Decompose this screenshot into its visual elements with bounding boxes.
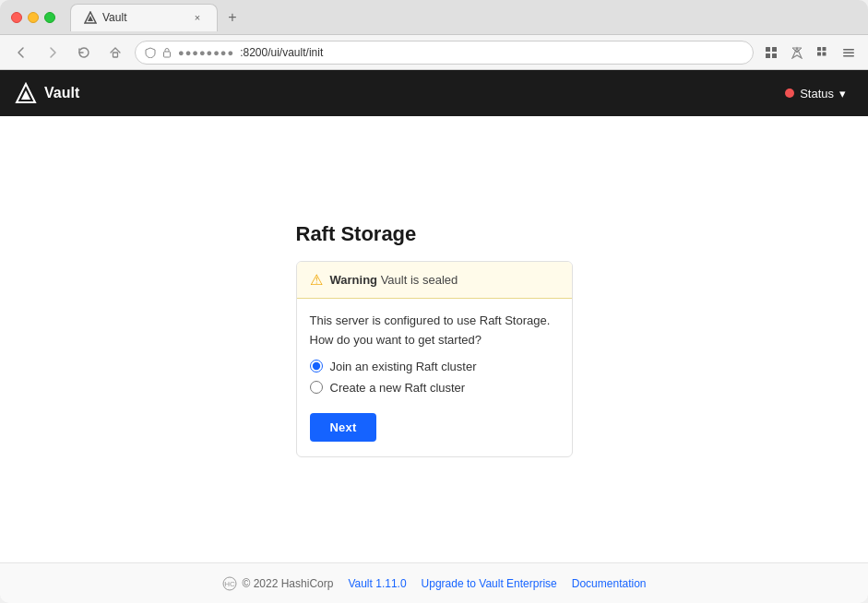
maximize-traffic-light[interactable] [44,12,55,23]
browser-titlebar: Vault × + [0,0,868,35]
warning-text: Warning Vault is sealed [330,273,458,287]
status-indicator-dot [785,89,794,98]
apps-icon[interactable] [813,42,833,63]
vault-logo-text: Vault [44,85,79,101]
close-traffic-light[interactable] [11,12,22,23]
url-text: ●●●●●●●● [178,47,234,58]
warning-icon: ⚠ [310,271,323,289]
url-path: :8200/ui/vault/init [240,46,323,59]
svg-rect-4 [766,47,770,52]
svg-rect-12 [823,52,826,55]
radio-create-input[interactable] [310,381,323,394]
shield-icon [145,47,156,58]
svg-rect-15 [843,55,854,57]
svg-rect-9 [817,47,821,51]
warning-message-text: Vault is sealed [381,273,458,287]
forward-button[interactable] [41,41,65,65]
radio-join-cluster[interactable]: Join an existing Raft cluster [310,360,559,373]
footer-copyright: © 2022 HashiCorp [243,577,334,590]
warning-banner: ⚠ Warning Vault is sealed [297,262,572,299]
svg-rect-7 [772,53,777,58]
radio-create-cluster[interactable]: Create a new Raft cluster [310,381,559,395]
tab-close-button[interactable]: × [191,11,204,24]
next-button[interactable]: Next [310,413,377,442]
toolbar-right [761,42,859,63]
main-content: Raft Storage ⚠ Warning Vault is sealed T… [0,116,868,562]
radio-group: Join an existing Raft cluster Create a n… [310,360,559,395]
tab-bar: Vault × + [70,4,857,31]
raft-storage-card: ⚠ Warning Vault is sealed This server is… [296,261,573,457]
bookmark-icon[interactable] [787,42,807,63]
svg-rect-2 [113,53,118,57]
lock-icon [161,47,172,58]
browser-toolbar: ●●●●●●●● :8200/ui/vault/init [0,35,868,70]
menu-icon[interactable] [838,42,859,63]
svg-text:HC: HC [224,580,235,588]
svg-rect-11 [817,52,821,55]
status-chevron-icon: ▾ [839,87,846,100]
svg-rect-6 [766,53,770,58]
refresh-button[interactable] [72,41,96,65]
traffic-lights [11,12,55,23]
radio-join-label: Join an existing Raft cluster [330,360,477,373]
app-content: Vault Status ▾ Raft Storage ⚠ [0,70,868,603]
footer-logo: HC © 2022 HashiCorp [222,576,334,591]
card-description: This server is configured to use Raft St… [310,313,559,327]
svg-rect-14 [843,52,854,53]
vault-version-link[interactable]: Vault 1.11.0 [348,577,406,590]
radio-join-input[interactable] [310,360,323,372]
vault-logo: Vault [15,82,79,104]
home-button[interactable] [103,41,127,65]
app-header: Vault Status ▾ [0,70,868,116]
documentation-link[interactable]: Documentation [572,577,647,590]
content-block: Raft Storage ⚠ Warning Vault is sealed T… [296,222,573,457]
back-button[interactable] [9,41,33,65]
warning-label: Warning [330,273,378,287]
app-footer: HC © 2022 HashiCorp Vault 1.11.0 Upgrade… [0,562,868,603]
svg-rect-3 [164,52,171,57]
svg-rect-10 [823,47,826,51]
card-body: This server is configured to use Raft St… [297,299,572,456]
svg-rect-5 [772,47,777,52]
radio-create-label: Create a new Raft cluster [330,381,466,395]
svg-rect-13 [843,49,854,51]
new-tab-button[interactable]: + [221,6,244,29]
minimize-traffic-light[interactable] [28,12,39,23]
grid-view-icon[interactable] [761,42,781,63]
page-title: Raft Storage [296,222,417,246]
hashicorp-icon: HC [222,576,237,591]
browser-window: Vault × + [0,0,868,603]
card-question: How do you want to get started? [310,333,559,347]
address-bar[interactable]: ●●●●●●●● :8200/ui/vault/init [135,41,754,65]
header-right: Status ▾ [778,83,853,104]
upgrade-link[interactable]: Upgrade to Vault Enterprise [422,577,557,590]
browser-tab-vault[interactable]: Vault × [70,4,218,31]
status-button[interactable]: Status ▾ [778,83,853,104]
tab-favicon [84,11,97,24]
status-label: Status [800,87,834,100]
vault-logo-icon [15,82,37,104]
tab-title: Vault [102,11,126,24]
